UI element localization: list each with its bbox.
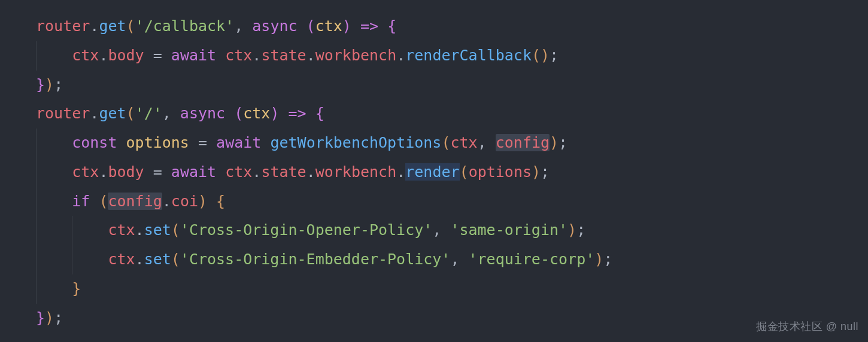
code-token: [36, 163, 72, 181]
code-token: [162, 47, 171, 64]
code-token: [189, 134, 198, 151]
code-token: (: [99, 193, 108, 210]
code-token: (: [171, 251, 180, 268]
code-token: .: [252, 47, 261, 64]
code-token: [36, 47, 72, 64]
code-token: .: [306, 47, 315, 64]
code-line[interactable]: ctx.body = await ctx.state.workbench.ren…: [36, 158, 868, 187]
code-token: ;: [54, 76, 63, 93]
code-token: get: [99, 17, 126, 35]
code-token: .: [396, 163, 405, 181]
code-token: }: [36, 309, 45, 326]
code-token: ctx: [243, 105, 270, 122]
code-token: [207, 193, 216, 210]
code-token: getWorkbenchOptions: [270, 134, 441, 151]
code-token: config: [108, 193, 162, 210]
code-token: .: [90, 105, 99, 122]
code-token: const: [72, 134, 117, 151]
code-token: ,: [450, 251, 468, 268]
code-token: ): [198, 193, 207, 210]
code-token: router: [36, 105, 90, 122]
code-token: ctx: [225, 47, 252, 64]
code-token: async: [252, 17, 297, 35]
code-token: ;: [541, 163, 550, 181]
code-token: [36, 134, 72, 151]
code-token: .: [306, 163, 315, 181]
code-token: =: [198, 134, 207, 151]
code-token: ): [541, 47, 550, 64]
code-token: config: [496, 134, 550, 151]
code-token: [36, 193, 72, 210]
code-token: [144, 163, 153, 181]
code-line[interactable]: });: [36, 304, 868, 333]
code-token: [117, 134, 126, 151]
code-line[interactable]: }: [36, 274, 868, 304]
code-token: (: [126, 105, 135, 122]
code-line[interactable]: ctx.body = await ctx.state.workbench.ren…: [36, 41, 868, 71]
code-line[interactable]: const options = await getWorkbenchOption…: [36, 129, 868, 158]
code-token: [279, 105, 288, 122]
code-token: .: [90, 17, 99, 35]
code-token: (: [460, 163, 469, 181]
code-editor[interactable]: router.get('/callback', async (ctx) => {…: [36, 12, 868, 332]
code-token: router: [36, 17, 90, 35]
code-token: set: [144, 251, 171, 268]
code-line[interactable]: router.get('/', async (ctx) => {: [36, 99, 868, 129]
code-token: .: [135, 251, 144, 268]
code-line[interactable]: ctx.set('Cross-Origin-Embedder-Policy', …: [36, 245, 868, 274]
code-token: [225, 105, 234, 122]
code-token: ,: [234, 17, 252, 35]
code-token: ctx: [450, 134, 477, 151]
code-token: }: [72, 280, 81, 297]
code-token: ,: [478, 134, 496, 151]
code-token: [90, 193, 99, 210]
code-token: options: [469, 163, 532, 181]
code-token: ;: [54, 309, 63, 326]
code-token: body: [108, 47, 144, 64]
code-token: [216, 163, 225, 181]
code-token: '/callback': [135, 17, 235, 35]
code-token: ): [45, 309, 54, 326]
code-token: ;: [603, 251, 612, 268]
code-token: {: [315, 105, 324, 122]
code-line[interactable]: ctx.set('Cross-Origin-Opener-Policy', 's…: [36, 216, 868, 245]
code-token: {: [216, 193, 225, 210]
code-token: [36, 280, 72, 297]
code-token: [144, 47, 153, 64]
code-token: 'require-corp': [469, 251, 595, 268]
code-token: ctx: [225, 163, 252, 181]
code-token: ;: [576, 221, 585, 239]
code-token: ): [550, 134, 559, 151]
code-token: [306, 105, 315, 122]
code-token: =: [153, 163, 162, 181]
indent-guide: [36, 216, 37, 245]
code-token: ,: [162, 105, 180, 122]
code-token: [298, 17, 306, 35]
code-token: async: [180, 105, 225, 122]
code-token: [216, 47, 225, 64]
code-token: [162, 163, 171, 181]
code-token: await: [171, 163, 216, 181]
code-token: =: [153, 47, 162, 64]
indent-guide: [36, 41, 37, 71]
code-token: await: [171, 47, 216, 64]
indent-guide: [72, 216, 72, 245]
code-token: ): [594, 251, 603, 268]
code-token: ): [532, 163, 541, 181]
code-token: (: [441, 134, 450, 151]
code-token: ;: [559, 134, 567, 151]
code-line[interactable]: if (config.coi) {: [36, 187, 868, 216]
code-token: .: [252, 163, 261, 181]
code-token: ctx: [108, 251, 135, 268]
code-token: {: [387, 17, 396, 35]
code-token: (: [234, 105, 243, 122]
code-token: =>: [289, 105, 306, 122]
code-line[interactable]: });: [36, 71, 868, 100]
indent-guide: [36, 187, 37, 216]
code-token: =>: [360, 17, 378, 35]
code-token: if: [72, 193, 90, 210]
code-token: [261, 134, 270, 151]
code-line[interactable]: router.get('/callback', async (ctx) => {: [36, 12, 868, 41]
code-token: [207, 134, 216, 151]
code-token: 'Cross-Origin-Opener-Policy': [180, 221, 432, 239]
